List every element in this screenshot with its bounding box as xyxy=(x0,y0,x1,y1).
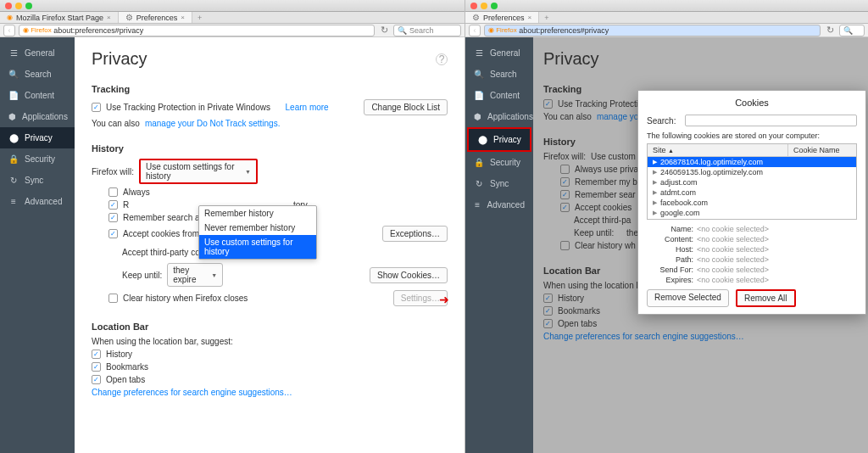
always-private-checkbox[interactable] xyxy=(108,187,118,197)
close-icon[interactable]: × xyxy=(181,14,185,21)
search-label: Search: xyxy=(647,116,681,126)
reload-icon[interactable]: ↻ xyxy=(824,25,836,36)
dnt-prefix: You can also xyxy=(92,119,140,128)
checkbox-label: Clear history when Firefox closes xyxy=(123,294,248,303)
zoom-icon[interactable] xyxy=(25,3,32,9)
preferences-sidebar: ☰General 🔍Search 📄Content ⬢Applications … xyxy=(0,37,75,453)
privacy-icon: ⬤ xyxy=(8,133,19,143)
back-button[interactable]: ‹ xyxy=(3,25,15,36)
close-icon[interactable] xyxy=(470,3,477,9)
section-heading: Location Bar xyxy=(92,322,448,332)
table-row[interactable]: ▶206878104.log.optimizely.com xyxy=(648,157,856,167)
url-bar: ‹ ◉ Firefox about:preferences#privacy ↻ … xyxy=(0,24,465,37)
sidebar-item-content[interactable]: 📄Content xyxy=(0,85,75,106)
remember-browsing-checkbox[interactable] xyxy=(108,200,118,210)
suggest-open-tabs-checkbox[interactable] xyxy=(92,375,101,384)
tracking-section: Tracking Use Tracking Protection in Priv… xyxy=(92,84,448,128)
cookie-search-input[interactable] xyxy=(685,115,857,126)
show-cookies-button[interactable]: Show Cookies… xyxy=(370,267,448,283)
remember-search-checkbox[interactable] xyxy=(108,213,118,222)
tab-bar: ◉ Mozilla Firefox Start Page × Preferenc… xyxy=(0,12,465,24)
address-input[interactable]: ◉ Firefox about:preferences#privacy xyxy=(484,25,821,36)
minimize-icon[interactable] xyxy=(481,3,487,9)
tracking-protection-checkbox[interactable] xyxy=(92,103,101,112)
sidebar-item-privacy[interactable]: ⬤Privacy xyxy=(467,127,531,152)
sidebar-item-sync[interactable]: ↻Sync xyxy=(0,170,75,191)
content-area: ☰General 🔍Search 📄Content ⬢Applications … xyxy=(0,37,465,453)
table-row[interactable]: ▶google.com xyxy=(648,208,856,218)
sidebar-item-search[interactable]: 🔍Search xyxy=(0,64,75,85)
table-row[interactable]: ▶facebook.com xyxy=(648,198,856,208)
sidebar-item-advanced[interactable]: ≡Advanced xyxy=(0,191,75,212)
suggest-bookmarks-checkbox[interactable] xyxy=(92,362,101,372)
sidebar-item-sync[interactable]: ↻Sync xyxy=(465,173,533,194)
dnt-link[interactable]: manage your Do Not Track settings. xyxy=(145,119,281,128)
table-row[interactable]: ▶adjust.com xyxy=(648,177,856,187)
history-mode-dropdown: Remember history Never remember history … xyxy=(198,205,317,260)
sidebar-item-applications[interactable]: ⬢Applications xyxy=(465,106,533,127)
dropdown-option[interactable]: Use custom settings for history xyxy=(199,235,316,259)
disclosure-icon: ▶ xyxy=(653,189,657,196)
col-site[interactable]: Site ▲ xyxy=(648,144,788,156)
firefox-will-label: Firefox will: xyxy=(92,167,134,176)
search-icon: 🔍 xyxy=(843,26,853,35)
remove-selected-button[interactable]: Remove Selected xyxy=(647,289,729,307)
dropdown-option[interactable]: Remember history xyxy=(199,206,316,221)
sidebar-item-general[interactable]: ☰General xyxy=(465,42,533,64)
clear-history-checkbox[interactable] xyxy=(108,294,118,303)
help-icon[interactable]: ? xyxy=(436,53,448,65)
change-block-list-button[interactable]: Change Block List xyxy=(364,99,448,115)
titlebar xyxy=(0,0,465,12)
zoom-icon[interactable] xyxy=(491,3,498,9)
cookies-info: The following cookies are stored on your… xyxy=(647,131,857,140)
minimize-icon[interactable] xyxy=(15,3,22,9)
sidebar-item-search[interactable]: 🔍Search xyxy=(465,64,533,85)
change-search-suggestions-link[interactable]: Change preferences for search engine sug… xyxy=(92,388,292,397)
back-button[interactable]: ‹ xyxy=(469,25,481,36)
new-tab-button[interactable]: + xyxy=(539,12,554,23)
main-panel: Privacy ? Tracking Use Tracking Protecti… xyxy=(75,37,465,453)
history-mode-select[interactable]: Use custom settings for history▼ xyxy=(139,159,258,184)
accept-cookies-checkbox[interactable] xyxy=(108,229,118,238)
remove-all-button[interactable]: Remove All xyxy=(736,289,796,307)
new-tab-button[interactable]: + xyxy=(192,12,207,23)
tab-preferences[interactable]: Preferences × xyxy=(119,12,192,23)
search-icon: 🔍 xyxy=(398,26,407,35)
general-icon: ☰ xyxy=(8,48,19,58)
reload-icon[interactable]: ↻ xyxy=(378,25,390,36)
traffic-lights xyxy=(470,3,498,9)
disclosure-icon: ▶ xyxy=(653,159,657,165)
sidebar-item-security[interactable]: 🔒Security xyxy=(0,148,75,170)
search-input[interactable]: 🔍 xyxy=(839,25,865,36)
sidebar-item-content[interactable]: 📄Content xyxy=(465,85,533,106)
sidebar-item-applications[interactable]: ⬢Applications xyxy=(0,106,75,127)
learn-more-link[interactable]: Learn more xyxy=(286,103,329,112)
tab-preferences[interactable]: Preferences × xyxy=(465,12,539,23)
firefox-icon: ◉ Firefox xyxy=(488,26,517,34)
close-icon[interactable] xyxy=(5,3,12,9)
sidebar-item-label: Privacy xyxy=(25,133,53,143)
suggest-history-checkbox[interactable] xyxy=(92,350,101,359)
close-icon[interactable]: × xyxy=(107,14,111,21)
dropdown-option[interactable]: Never remember history xyxy=(199,221,316,235)
url-text: about:preferences#privacy xyxy=(519,26,609,35)
checkbox-label: Use Tracking Protection in Private Windo… xyxy=(106,103,270,112)
sidebar-item-privacy[interactable]: ⬤Privacy xyxy=(0,127,75,148)
exceptions-button[interactable]: Exceptions… xyxy=(382,226,448,242)
tab-start-page[interactable]: ◉ Mozilla Firefox Start Page × xyxy=(0,12,119,23)
sidebar-item-general[interactable]: ☰General xyxy=(0,42,75,64)
content-icon: 📄 xyxy=(8,91,19,100)
keep-until-select[interactable]: they expire▼ xyxy=(167,263,223,287)
section-heading: Tracking xyxy=(92,84,448,94)
table-row[interactable]: ▶atdmt.com xyxy=(648,187,856,198)
url-text: about:preferences#privacy xyxy=(53,26,143,35)
search-input[interactable]: 🔍 Search xyxy=(393,25,461,36)
sidebar-item-advanced[interactable]: ≡Advanced xyxy=(465,194,533,215)
col-cookie-name[interactable]: Cookie Name xyxy=(788,144,856,156)
sidebar-item-security[interactable]: 🔒Security xyxy=(465,152,533,173)
table-row[interactable]: ▶246059135.log.optimizely.com xyxy=(648,167,856,177)
address-input[interactable]: ◉ Firefox about:preferences#privacy xyxy=(19,25,375,36)
lock-icon: 🔒 xyxy=(8,154,19,164)
sidebar-item-label: Advanced xyxy=(25,197,62,206)
close-icon[interactable]: × xyxy=(528,14,532,21)
